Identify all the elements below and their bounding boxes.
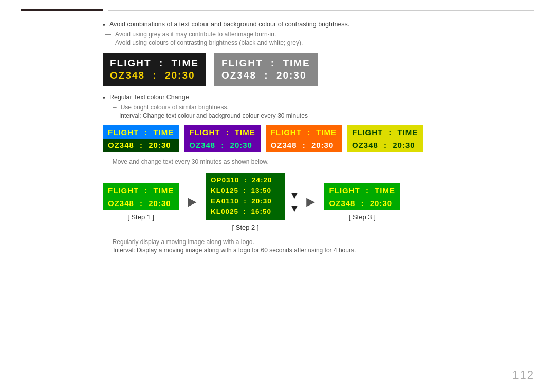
variant-orange-data: OZ348 : 20:30 bbox=[266, 139, 342, 152]
display-black-data: OZ348 : 20:30 bbox=[110, 70, 199, 81]
main-content: • Avoid combinations of a text colour an… bbox=[0, 11, 555, 254]
bullet-section-1: • Avoid combinations of a text colour an… bbox=[103, 21, 452, 46]
display-black-header: FLIGHT : TIME bbox=[110, 58, 199, 69]
dash-item-4: Interval: Change text colour and backgro… bbox=[103, 112, 452, 119]
variant-blue-header: FLIGHT : TIME bbox=[108, 128, 174, 137]
step-1-top: FLIGHT : TIME bbox=[103, 183, 179, 197]
variant-purple: FLIGHT : TIME OZ348 : 20:30 bbox=[184, 125, 260, 152]
display-grey-header: FLIGHT : TIME bbox=[221, 58, 310, 69]
dash-icon-2: — bbox=[105, 39, 111, 46]
dash-text-1: Avoid using grey as it may contribute to… bbox=[115, 31, 276, 38]
bullet-item-1: • Avoid combinations of a text colour an… bbox=[103, 21, 452, 29]
bullet-icon: • bbox=[103, 21, 105, 29]
arrow-down-1: ▼ bbox=[289, 190, 300, 201]
step-3-data: OZ348 : 20:30 bbox=[324, 197, 400, 210]
variant-yellow: FLIGHT : TIME OZ348 : 20:30 bbox=[347, 125, 423, 152]
arrow-right-1: ► bbox=[185, 194, 199, 210]
step-dash-icon: – bbox=[105, 158, 108, 165]
display-grey-data-time: 20:30 bbox=[276, 70, 307, 81]
step-3-block: FLIGHT : TIME OZ348 : 20:30 [ Step 3 ] bbox=[324, 183, 400, 221]
arrow-down-2: ▼ bbox=[289, 202, 300, 214]
variant-purple-data-row: OZ348 : 20:30 bbox=[189, 141, 255, 150]
bullet-section-2: • Regular Text colour Change – Use brigh… bbox=[103, 94, 452, 119]
bullet-item-2: • Regular Text colour Change bbox=[103, 94, 452, 102]
variant-yellow-top: FLIGHT : TIME bbox=[347, 125, 423, 139]
dash-text-4: Interval: Change text colour and backgro… bbox=[119, 112, 308, 119]
display-black: FLIGHT : TIME OZ348 : 20:30 bbox=[103, 53, 206, 86]
step-2-row-2: KL0125 : 13:50 bbox=[211, 185, 280, 196]
display-grey-data-flight: OZ348 bbox=[221, 70, 256, 81]
display-grey-header-colon: : bbox=[267, 58, 279, 69]
footnote-text-1: Regularly display a moving image along w… bbox=[113, 238, 254, 246]
step-1-display: FLIGHT : TIME OZ348 : 20:30 bbox=[103, 183, 179, 210]
display-black-header-time: TIME bbox=[172, 58, 199, 69]
variant-orange-header: FLIGHT : TIME bbox=[271, 128, 337, 137]
step-2-display: OP0310 : 24:20 KL0125 : 13:50 EA0110 : 2… bbox=[206, 173, 285, 220]
variant-blue-green: FLIGHT : TIME OZ348 : 20:30 bbox=[103, 125, 179, 152]
variant-yellow-data-row: OZ348 : 20:30 bbox=[352, 141, 418, 150]
step-3-header: FLIGHT : TIME bbox=[329, 186, 395, 195]
variant-yellow-header: FLIGHT : TIME bbox=[352, 128, 418, 137]
dash-text-3: Use bright colours of similar brightness… bbox=[121, 104, 229, 111]
variant-blue-top: FLIGHT : TIME bbox=[103, 125, 179, 139]
color-variants-row: FLIGHT : TIME OZ348 : 20:30 FLIGHT : bbox=[103, 125, 452, 152]
arrow-down-pair: ▼ ▼ bbox=[289, 190, 300, 214]
step-2-label: [ Step 2 ] bbox=[232, 223, 259, 231]
display-grey-data-colon: : bbox=[261, 70, 272, 81]
dash-item-2: — Avoid using colours of contrasting bri… bbox=[103, 39, 452, 46]
dash-item-1: — Avoid using grey as it may contribute … bbox=[103, 31, 452, 38]
display-black-data-colon: : bbox=[149, 70, 161, 81]
step-1-data: OZ348 : 20:30 bbox=[103, 197, 179, 210]
bullet-text-1: Avoid combinations of a text colour and … bbox=[109, 21, 349, 28]
display-grey-header-time: TIME bbox=[283, 58, 310, 69]
display-black-data-time: 20:30 bbox=[165, 70, 195, 81]
top-bar-line bbox=[108, 10, 534, 11]
page-number: 112 bbox=[512, 368, 534, 382]
display-black-header-flight: FLIGHT bbox=[110, 58, 152, 69]
dash-text-2: Avoid using colours of contrasting brigh… bbox=[115, 39, 303, 46]
bullet-text-2: Regular Text colour Change bbox=[109, 94, 189, 101]
dash-item-3: – Use bright colours of similar brightne… bbox=[103, 104, 452, 111]
step-2-row-3: EA0110 : 20:30 bbox=[211, 196, 280, 207]
top-bar bbox=[0, 0, 555, 11]
step-1-data-row: OZ348 : 20:30 bbox=[108, 199, 174, 208]
step-1-label: [ Step 1 ] bbox=[127, 213, 154, 221]
variant-blue-data-row: OZ348 : 20:30 bbox=[108, 141, 174, 150]
step-3-label: [ Step 3 ] bbox=[349, 213, 376, 221]
steps-row: FLIGHT : TIME OZ348 : 20:30 [ Step 1 ] ► bbox=[103, 173, 452, 231]
step-dash-text: – Move and change text every 30 minutes … bbox=[103, 158, 452, 165]
top-bar-dark-segment bbox=[21, 9, 103, 11]
variant-orange-data-row: OZ348 : 20:30 bbox=[271, 141, 337, 150]
variant-purple-header: FLIGHT : TIME bbox=[189, 128, 255, 137]
display-black-header-colon: : bbox=[156, 58, 168, 69]
display-grey-data: OZ348 : 20:30 bbox=[221, 70, 310, 81]
variant-yellow-data: OZ348 : 20:30 bbox=[347, 139, 423, 152]
step-3-top: FLIGHT : TIME bbox=[324, 183, 400, 197]
bullet-icon-2: • bbox=[103, 94, 105, 102]
dash-icon-1: — bbox=[105, 31, 111, 38]
footnote-dash-1: – Regularly display a moving image along… bbox=[103, 238, 452, 246]
footnote-dash-icon-1: – bbox=[105, 238, 108, 246]
footnote-text-2: Interval: Display a moving image along w… bbox=[113, 247, 356, 254]
variant-orange-top: FLIGHT : TIME bbox=[266, 125, 342, 139]
step-2-block: OP0310 : 24:20 KL0125 : 13:50 EA0110 : 2… bbox=[206, 173, 285, 231]
footnote-dash-2: Interval: Display a moving image along w… bbox=[103, 247, 452, 254]
footnote-section: – Regularly display a moving image along… bbox=[103, 238, 452, 254]
variant-purple-top: FLIGHT : TIME bbox=[184, 125, 260, 139]
large-displays-section: FLIGHT : TIME OZ348 : 20:30 FLIGHT : TIM… bbox=[103, 53, 452, 86]
step-3-display: FLIGHT : TIME OZ348 : 20:30 bbox=[324, 183, 400, 210]
display-black-data-flight: OZ348 bbox=[110, 70, 145, 81]
display-grey-header-flight: FLIGHT bbox=[221, 58, 263, 69]
variant-purple-data: OZ348 : 20:30 bbox=[184, 139, 260, 152]
variant-orange: FLIGHT : TIME OZ348 : 20:30 bbox=[266, 125, 342, 152]
step-1-header: FLIGHT : TIME bbox=[108, 186, 174, 195]
step-3-data-row: OZ348 : 20:30 bbox=[329, 199, 395, 208]
variant-blue-data: OZ348 : 20:30 bbox=[103, 139, 179, 152]
step-2-row-1: OP0310 : 24:20 bbox=[211, 175, 280, 185]
arrow-group-2: ▼ ▼ ► bbox=[289, 190, 320, 214]
display-grey: FLIGHT : TIME OZ348 : 20:30 bbox=[214, 53, 318, 86]
step-dash-label: Move and change text every 30 minutes as… bbox=[113, 158, 269, 165]
arrow-right-2: ► bbox=[304, 194, 318, 210]
step-2-row-4: KL0025 : 16:50 bbox=[211, 207, 280, 217]
step-1-block: FLIGHT : TIME OZ348 : 20:30 [ Step 1 ] bbox=[103, 183, 179, 221]
